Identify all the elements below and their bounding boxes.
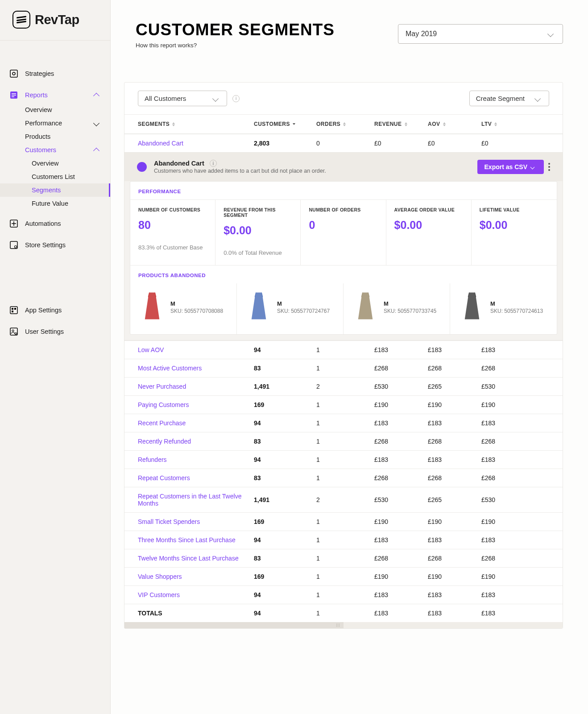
cell-customers: 83 (254, 474, 316, 482)
nav-reports[interactable]: Reports (0, 87, 110, 103)
nav-label: Overview (32, 160, 58, 167)
app-settings-icon (9, 305, 19, 315)
nav-user-settings[interactable]: User Settings (0, 324, 110, 340)
nav-automations[interactable]: Automations (0, 216, 110, 232)
table-row[interactable]: Small Ticket Spenders1691£190£190£190 (124, 512, 563, 531)
nav-customers-future-value[interactable]: Future Value (0, 197, 110, 210)
create-segment-button[interactable]: Create Segment (469, 91, 549, 106)
cell-revenue: £183 (374, 456, 428, 463)
subtitle-link[interactable]: How this report works? (136, 42, 335, 49)
cell-orders: 1 (316, 401, 374, 408)
product-image (247, 291, 271, 323)
table-row[interactable]: Twelve Months Since Last Purchase831£268… (124, 549, 563, 567)
table-row[interactable]: Abandoned Cart 2,803 0 £0 £0 £0 (124, 134, 563, 152)
cell-ltv: £530 (481, 496, 549, 503)
horizontal-scrollbar[interactable] (124, 622, 563, 628)
sort-down-icon (293, 123, 295, 125)
nav-reports-products[interactable]: Products (0, 130, 110, 143)
table-row[interactable]: Paying Customers1691£190£190£190 (124, 395, 563, 414)
cell-revenue: £183 (374, 610, 428, 617)
cell-customers: 2,803 (254, 140, 316, 147)
product-item[interactable]: MSKU: 5055770708088 (130, 283, 237, 334)
nav-customers-overview[interactable]: Overview (0, 157, 110, 170)
th-orders[interactable]: ORDERS (316, 121, 374, 127)
product-item[interactable]: MSKU: 5055770733745 (344, 283, 450, 334)
cell-aov: £183 (428, 456, 481, 463)
nav-strategies[interactable]: Strategies (0, 66, 110, 82)
cell-aov: £183 (428, 346, 481, 353)
table-row[interactable]: Repeat Customers831£268£268£268 (124, 469, 563, 487)
cell-ltv: £183 (481, 419, 549, 427)
cell-orders: 1 (316, 438, 374, 445)
product-image (140, 291, 164, 323)
cell-ltv: £0 (481, 140, 549, 147)
table-row[interactable]: Refunders941£183£183£183 (124, 450, 563, 469)
nav-app-settings[interactable]: App Settings (0, 302, 110, 318)
nav-store-settings[interactable]: Store Settings (0, 237, 110, 253)
th-aov[interactable]: AOV (428, 121, 481, 127)
svg-point-14 (12, 330, 14, 332)
nav-customers-list[interactable]: Customers List (0, 170, 110, 183)
brand-name: RevTap (35, 12, 79, 27)
product-sku: SKU: 5055770724613 (490, 308, 543, 314)
table-row[interactable]: Low AOV941£183£183£183 (124, 340, 563, 359)
metric-label: REVENUE FROM THIS SEGMENT (224, 207, 292, 218)
segment-name: Most Active Customers (138, 365, 254, 372)
cell-revenue: £190 (374, 401, 428, 408)
export-csv-button[interactable]: Export as CSV (477, 160, 544, 174)
more-menu-icon[interactable] (548, 163, 550, 171)
button-label: Create Segment (476, 95, 525, 102)
nav-reports-customers[interactable]: Customers (0, 143, 110, 157)
info-icon[interactable]: i (210, 160, 217, 167)
cell-revenue: £190 (374, 518, 428, 525)
svg-point-1 (12, 72, 15, 75)
th-ltv[interactable]: LTV (481, 121, 549, 127)
detail-title: Abandoned Cart i (154, 160, 326, 167)
table-row[interactable]: Never Purchased1,4912£530£265£530 (124, 377, 563, 395)
metric-label: NUMBER OF ORDERS (309, 207, 377, 212)
customers-filter-select[interactable]: All Customers (138, 91, 227, 106)
sort-icon (343, 122, 346, 126)
sort-icon (443, 122, 446, 126)
table-row[interactable]: Repeat Customers in the Last Twelve Mont… (124, 487, 563, 512)
nav-reports-overview[interactable]: Overview (0, 103, 110, 116)
segment-name: Three Months Since Last Purchase (138, 536, 254, 544)
table-row[interactable]: VIP Customers941£183£183£183 (124, 585, 563, 604)
cell-orders: 1 (316, 536, 374, 544)
detail-header: Abandoned Cart i Customers who have adde… (124, 153, 563, 181)
date-range-select[interactable]: May 2019 (398, 24, 563, 44)
table-row[interactable]: Recent Purchase941£183£183£183 (124, 414, 563, 432)
cell-ltv: £183 (481, 536, 549, 544)
product-image (460, 291, 484, 323)
automations-icon (9, 219, 19, 228)
th-segments[interactable]: SEGMENTS (138, 121, 254, 127)
segment-name: VIP Customers (138, 591, 254, 598)
nav-label: Overview (25, 106, 52, 113)
product-item[interactable]: MSKU: 5055770724767 (237, 283, 344, 334)
product-item[interactable]: MSKU: 5055770724613 (450, 283, 557, 334)
cell-revenue: £183 (374, 346, 428, 353)
cell-aov: £190 (428, 401, 481, 408)
info-icon[interactable]: i (232, 95, 240, 102)
th-revenue[interactable]: REVENUE (374, 121, 428, 127)
products-abandoned-label: PRODUCTS ABANDONED (130, 266, 557, 283)
cell-ltv: £268 (481, 438, 549, 445)
table-row[interactable]: Three Months Since Last Purchase941£183£… (124, 531, 563, 549)
cell-customers: 1,491 (254, 383, 316, 390)
table-row[interactable]: Recently Refunded831£268£268£268 (124, 432, 563, 450)
svg-rect-9 (10, 307, 17, 314)
table-row[interactable]: Most Active Customers831£268£268£268 (124, 359, 563, 377)
cell-aov: £183 (428, 536, 481, 544)
nav-label: App Settings (25, 307, 101, 314)
table-row[interactable]: Value Shoppers1691£190£190£190 (124, 567, 563, 585)
cell-revenue: £190 (374, 573, 428, 580)
nav-reports-performance[interactable]: Performance (0, 116, 110, 130)
nav-customers-segments[interactable]: Segments (0, 183, 110, 197)
segment-name: Abandoned Cart (138, 140, 254, 147)
th-customers[interactable]: CUSTOMERS (254, 121, 316, 127)
metric-value: 0 (309, 219, 377, 232)
metric-sub: 0.0% of Total Revenue (224, 249, 292, 256)
scrollbar-thumb[interactable] (124, 622, 344, 628)
cell-aov: £265 (428, 496, 481, 503)
nav-label: Strategies (25, 70, 101, 77)
